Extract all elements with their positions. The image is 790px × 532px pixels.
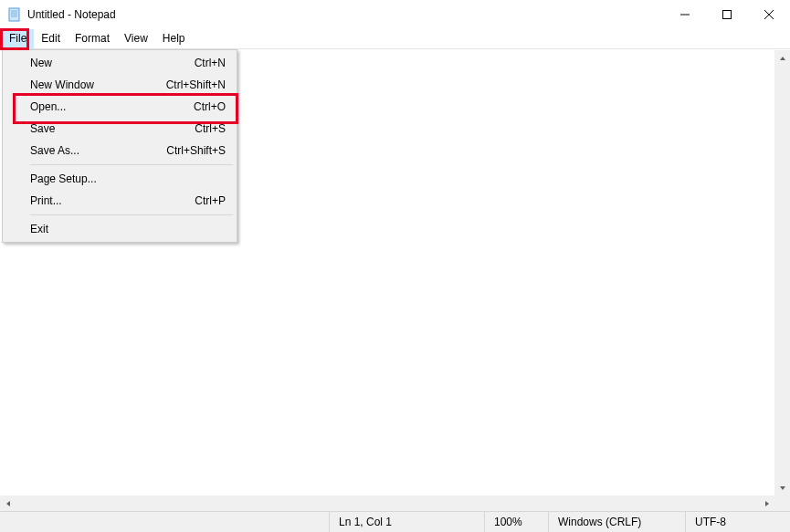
menu-item-label: Save As... <box>30 144 166 157</box>
menu-item-save[interactable]: Save Ctrl+S <box>5 118 235 140</box>
vertical-scrollbar[interactable] <box>774 50 790 495</box>
scroll-up-icon[interactable] <box>774 50 790 66</box>
svg-marker-10 <box>780 486 785 490</box>
menu-item-shortcut: Ctrl+N <box>195 57 226 69</box>
status-zoom: 100% <box>484 512 548 532</box>
menu-separator <box>30 164 233 165</box>
scroll-down-icon[interactable] <box>774 480 790 495</box>
status-encoding: UTF-8 <box>685 512 790 532</box>
svg-marker-9 <box>780 57 785 60</box>
menu-help[interactable]: Help <box>155 29 193 48</box>
menu-item-new-window[interactable]: New Window Ctrl+Shift+N <box>5 74 235 96</box>
statusbar: Ln 1, Col 1 100% Windows (CRLF) UTF-8 <box>0 511 790 532</box>
scroll-corner <box>774 495 790 511</box>
menu-item-label: Exit <box>30 223 226 235</box>
menu-item-print[interactable]: Print... Ctrl+P <box>5 190 235 212</box>
horizontal-scrollbar[interactable] <box>0 495 774 511</box>
titlebar: Untitled - Notepad <box>0 0 790 29</box>
status-position: Ln 1, Col 1 <box>329 512 484 532</box>
notepad-icon <box>7 7 22 22</box>
menu-item-open[interactable]: Open... Ctrl+O <box>5 96 235 118</box>
svg-marker-12 <box>765 501 769 506</box>
window-title: Untitled - Notepad <box>27 8 116 21</box>
menu-item-shortcut: Ctrl+O <box>194 100 226 113</box>
maximize-button[interactable] <box>706 0 748 29</box>
close-button[interactable] <box>748 0 790 29</box>
menu-item-new[interactable]: New Ctrl+N <box>5 52 235 74</box>
menu-item-label: New Window <box>30 78 166 91</box>
menubar: File Edit Format View Help <box>0 29 790 49</box>
minimize-button[interactable] <box>664 0 706 29</box>
menu-file[interactable]: File <box>2 29 34 48</box>
menu-item-save-as[interactable]: Save As... Ctrl+Shift+S <box>5 140 235 162</box>
menu-item-shortcut: Ctrl+Shift+N <box>166 78 226 91</box>
menu-item-label: Page Setup... <box>30 172 226 185</box>
menu-format[interactable]: Format <box>68 29 117 48</box>
menu-item-label: Save <box>30 122 195 135</box>
menu-item-shortcut: Ctrl+P <box>195 194 226 207</box>
menu-view[interactable]: View <box>117 29 155 48</box>
scroll-left-icon[interactable] <box>0 495 16 511</box>
menu-item-label: Open... <box>30 100 194 113</box>
status-line-ending: Windows (CRLF) <box>548 512 685 532</box>
menu-item-shortcut: Ctrl+Shift+S <box>166 144 226 157</box>
menu-edit[interactable]: Edit <box>34 29 68 48</box>
scroll-right-icon[interactable] <box>759 495 774 511</box>
menu-item-exit[interactable]: Exit <box>5 218 235 240</box>
file-menu-dropdown: New Ctrl+N New Window Ctrl+Shift+N Open.… <box>2 49 237 243</box>
menu-item-label: New <box>30 57 195 69</box>
svg-marker-11 <box>6 501 10 506</box>
menu-item-shortcut: Ctrl+S <box>195 122 226 135</box>
svg-rect-6 <box>723 10 732 18</box>
menu-item-page-setup[interactable]: Page Setup... <box>5 168 235 190</box>
menu-item-label: Print... <box>30 194 195 207</box>
menu-separator <box>30 214 233 215</box>
